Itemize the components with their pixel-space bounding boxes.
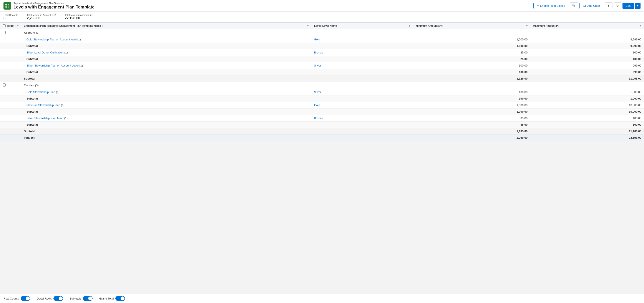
max-amount-cell: 1,000.00: [530, 89, 644, 96]
plan-name-link[interactable]: Silver Level Donor Cultivation: [26, 51, 64, 54]
edit-dropdown-button[interactable]: ▾: [635, 2, 640, 9]
pencil-icon: ✏: [537, 4, 539, 8]
header-left: Report: Levels with Engagement Plan Temp…: [4, 2, 94, 10]
group-subtotal-min: 1,125.00: [413, 76, 530, 82]
checkbox-header: Target ↑ ▾: [0, 22, 21, 29]
search-icon: 🔍: [572, 4, 576, 8]
total-records-value: 6: [4, 16, 18, 20]
subtotal-level-cell: [311, 69, 413, 76]
plan-name-link[interactable]: Platinum Stewardship Plan: [26, 104, 60, 107]
min-amount-value: 2,260.00: [27, 16, 56, 20]
max-amount-cell: 10,000.00: [530, 102, 644, 108]
subtotal-label-cell: Subtotal: [21, 96, 311, 102]
subtotal-level-cell: [311, 43, 413, 49]
level-link[interactable]: Silver: [314, 90, 321, 94]
min-amount-cell: 100.00: [413, 89, 530, 96]
subtotal-label: Subtotal: [26, 110, 38, 113]
subtotal-checkbox-cell: [0, 43, 21, 49]
level-link[interactable]: Silver: [314, 64, 321, 67]
plan-subtotal-row: Subtotal 25.00 100.00: [0, 56, 644, 62]
subtotal-level-cell: [311, 56, 413, 62]
level-link[interactable]: Gold: [314, 38, 320, 41]
group-checkbox[interactable]: [2, 31, 6, 34]
group-subtotal-checkbox: [0, 76, 21, 82]
subtotal-checkbox-cell: [0, 96, 21, 102]
min-amount-summary: Total Minimum Amount (>=) 2,260.00: [27, 14, 56, 20]
min-amount-col-label: Minimum Amount (>=): [416, 24, 443, 28]
header-actions: ✏ Enable Field Editing 🔍 📊 Add Chart ▼ ↻…: [534, 2, 640, 9]
level-cell: Bronze: [311, 115, 413, 122]
max-amount-header: Maximum Amount (<) ▾: [530, 22, 644, 29]
level-link[interactable]: Gold: [314, 104, 320, 107]
refresh-icon: ↻: [616, 4, 619, 8]
search-button[interactable]: 🔍: [570, 2, 578, 9]
edit-button[interactable]: Edit: [622, 2, 634, 9]
subtotal-min-cell: 1,000.00: [413, 43, 530, 49]
max-amount-label: Total Maximum Amount (<): [65, 14, 93, 16]
max-amount-cell: 100.00: [530, 49, 644, 56]
subtotal-level-cell: [311, 96, 413, 102]
add-chart-button[interactable]: 📊 Add Chart: [580, 2, 603, 9]
plan-name-link[interactable]: Silver Stewardship Plan temp: [26, 116, 64, 120]
level-link[interactable]: Bronze: [314, 116, 323, 120]
subtotal-label-cell: Subtotal: [21, 108, 311, 115]
plan-name-cell: Silver Stewardship Plan on Account Level…: [21, 62, 311, 69]
plan-name-cell: Gold Stewardship Plan (1): [21, 89, 311, 96]
subtotal-min-cell: 100.00: [413, 96, 530, 102]
plan-name-link[interactable]: Gold Stewardship Plan: [26, 90, 55, 94]
engagement-sort-icon[interactable]: ↑: [102, 25, 103, 27]
table-row: Silver Level Donor Cultivation (1) Bronz…: [0, 49, 644, 56]
group-row: Account (3): [0, 29, 644, 36]
subtotal-label: Subtotal: [26, 58, 38, 61]
level-filter-icon[interactable]: ▾: [409, 24, 410, 28]
group-subtotal-max: 11,100.00: [530, 128, 644, 134]
refresh-button[interactable]: ↻: [614, 2, 621, 9]
level-cell: Gold: [311, 102, 413, 108]
chart-icon: 📊: [583, 4, 586, 8]
target-col-label: Target: [6, 24, 14, 28]
plan-name-link[interactable]: Gold Stewardship Plan on Account level: [26, 38, 77, 41]
subtotal-max-cell: 1,000.00: [530, 96, 644, 102]
filter-button[interactable]: ▼: [605, 2, 612, 9]
level-link[interactable]: Bronze: [314, 51, 323, 54]
total-text: Total (6): [24, 136, 35, 139]
engagement-plan-header: Engagement Plan Template: Engagement Pla…: [21, 22, 311, 29]
detail-checkbox-cell: [0, 115, 21, 122]
total-level: [311, 134, 413, 141]
group-subtotal-row: Subtotal 1,125.00 11,098.00: [0, 76, 644, 82]
min-amount-label: Total Minimum Amount (>=): [27, 14, 56, 16]
max-amount-filter-icon[interactable]: ▾: [640, 24, 642, 28]
subtotal-checkbox-cell: [0, 108, 21, 115]
group-row: Contact (3): [0, 82, 644, 89]
total-min: 2,260.00: [413, 134, 530, 141]
max-amount-cell: 100.00: [530, 115, 644, 122]
engagement-plan-col-label: Engagement Plan Template: Engagement Pla…: [24, 24, 101, 28]
subtotal-max-cell: 999.00: [530, 69, 644, 76]
group-subtotal-label: Subtotal: [21, 76, 311, 82]
target-sort-icon[interactable]: ↑: [15, 25, 16, 27]
target-filter-icon[interactable]: ▾: [17, 24, 18, 28]
total-checkbox: [0, 134, 21, 141]
min-amount-filter-icon[interactable]: ▾: [526, 24, 528, 28]
select-all-checkbox[interactable]: [2, 24, 6, 28]
subtotal-max-cell: 10,000.00: [530, 108, 644, 115]
subtotal-level-cell: [311, 108, 413, 115]
subtotal-min-cell: 25.00: [413, 56, 530, 62]
report-table-container: Target ↑ ▾ Engagement Plan Template: Eng…: [0, 22, 644, 141]
detail-checkbox-cell: [0, 62, 21, 69]
report-table: Target ↑ ▾ Engagement Plan Template: Eng…: [0, 22, 644, 141]
total-max: 22,198.00: [530, 134, 644, 141]
subtotal-min-cell: 1,000.00: [413, 108, 530, 115]
plan-name-link[interactable]: Silver Stewardship Plan on Account Level: [26, 64, 79, 67]
table-row: Silver Stewardship Plan temp (1) Bronze …: [0, 115, 644, 122]
group-subtotal-text: Subtotal: [24, 130, 35, 133]
subtotal-max-cell: 100.00: [530, 122, 644, 128]
plan-name-cell: Platinum Stewardship Plan (1): [21, 102, 311, 108]
plan-name-cell: Gold Stewardship Plan on Account level (…: [21, 36, 311, 43]
group-checkbox[interactable]: [2, 84, 6, 86]
min-amount-cell: 35.00: [413, 115, 530, 122]
engagement-filter-icon[interactable]: ▾: [307, 24, 308, 28]
enable-field-editing-button[interactable]: ✏ Enable Field Editing: [534, 2, 568, 9]
plan-subtotal-row: Subtotal 1,000.00 10,000.00: [0, 108, 644, 115]
plan-subtotal-row: Subtotal 100.00 999.00: [0, 69, 644, 76]
